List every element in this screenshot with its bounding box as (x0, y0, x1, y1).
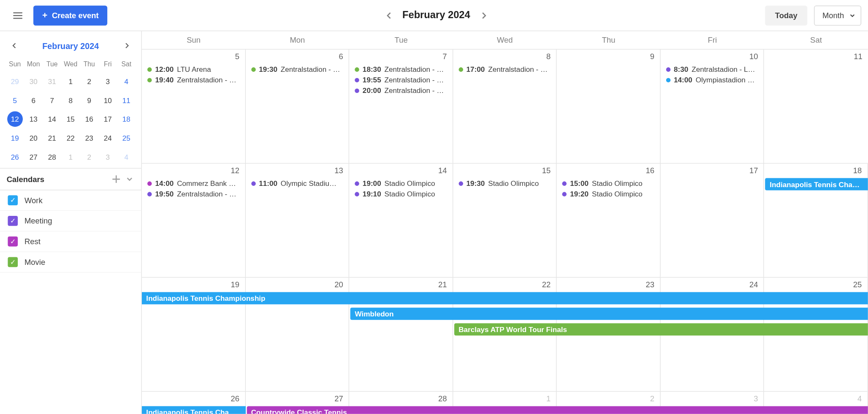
day-number: 21 (438, 280, 447, 289)
mini-day[interactable]: 3 (100, 74, 116, 89)
event-item[interactable]: 11:00Olympic Stadiu… (246, 178, 349, 188)
day-cell[interactable]: 1419:00Stadio Olimpico19:10Stadio Olimpi… (349, 163, 453, 277)
mini-day[interactable]: 18 (119, 111, 134, 127)
allday-event[interactable]: Indianapolis Tennis Championship (142, 292, 868, 304)
mini-day[interactable]: 2 (81, 149, 97, 165)
event-item[interactable]: 20:00Zentralstadion - … (349, 85, 452, 96)
week-row: 19202122232425Indianapolis Tennis Champi… (142, 278, 868, 392)
prev-month-button[interactable] (381, 8, 397, 23)
event-title: Zentralstadion - … (488, 65, 548, 74)
event-item[interactable]: 19:30Stadio Olimpico (453, 178, 556, 188)
calendars-header: Calendars (0, 168, 141, 191)
mini-day[interactable]: 24 (100, 130, 116, 146)
event-title: Zentralstadion - … (177, 190, 236, 198)
calendar-checkbox[interactable]: ✓ (8, 237, 18, 247)
calendar-checkbox[interactable]: ✓ (8, 257, 18, 267)
calendar-checkbox[interactable]: ✓ (8, 216, 18, 226)
event-item[interactable]: 19:30Zentralstadion - … (246, 64, 349, 74)
mini-day[interactable]: 23 (81, 130, 97, 146)
day-cell[interactable]: 1519:30Stadio Olimpico (453, 163, 557, 277)
mini-day[interactable]: 12 (7, 111, 23, 127)
mini-day[interactable]: 8 (63, 93, 79, 108)
calendar-label: Movie (24, 258, 45, 267)
event-item[interactable]: 18:30Zentralstadion - … (349, 64, 452, 74)
mini-day[interactable]: 3 (100, 149, 116, 165)
allday-event[interactable]: Indianapolis Tennis Cha (142, 406, 246, 414)
event-time: 19:20 (570, 190, 589, 198)
day-cell[interactable]: 1214:00Commerz Bank …19:50Zentralstadion… (142, 163, 246, 277)
next-month-button[interactable] (476, 8, 491, 23)
event-item[interactable]: 19:50Zentralstadion - … (142, 188, 245, 199)
event-item[interactable]: 17:00Zentralstadion - … (453, 64, 556, 74)
event-item[interactable]: 19:40Zentralstadion - … (142, 74, 245, 85)
mini-day[interactable]: 29 (7, 74, 23, 89)
mini-day[interactable]: 28 (44, 149, 60, 165)
mini-day[interactable]: 16 (81, 111, 97, 127)
event-item[interactable]: 19:55Zentralstadion - … (349, 74, 452, 85)
mini-day[interactable]: 4 (119, 74, 134, 89)
event-item[interactable]: 19:00Stadio Olimpico (349, 178, 452, 188)
day-number: 17 (749, 166, 758, 174)
event-item[interactable]: 14:00Olympiastadion … (660, 74, 763, 85)
mini-day[interactable]: 7 (44, 93, 60, 108)
mini-day[interactable]: 30 (26, 74, 41, 89)
mini-day[interactable]: 20 (26, 130, 41, 146)
allday-event[interactable]: Barclays ATP World Tour Finals (454, 323, 868, 335)
mini-day[interactable]: 27 (26, 149, 41, 165)
event-item[interactable]: 15:00Stadio Olimpico (557, 178, 660, 188)
mini-day[interactable]: 15 (63, 111, 79, 127)
mini-day[interactable]: 5 (7, 93, 23, 108)
day-number: 28 (438, 394, 447, 403)
add-calendar-icon[interactable] (111, 174, 121, 184)
create-event-button[interactable]: + Create event (33, 5, 108, 25)
event-item[interactable]: 12:00LTU Arena (142, 64, 245, 74)
allday-event[interactable]: Countrywide Classic Tennis (247, 406, 868, 414)
mini-day[interactable]: 14 (44, 111, 60, 127)
mini-day[interactable]: 1 (63, 74, 79, 89)
calendar-item[interactable]: ✓Rest (0, 232, 141, 252)
mini-day[interactable]: 19 (7, 130, 23, 146)
allday-event[interactable]: Wimbledon (350, 308, 868, 320)
mini-day[interactable]: 22 (63, 130, 79, 146)
calendar-item[interactable]: ✓Work (0, 190, 141, 211)
day-cell[interactable]: 619:30Zentralstadion - … (246, 49, 350, 163)
mini-day[interactable]: 10 (100, 93, 116, 108)
calendar-item[interactable]: ✓Meeting (0, 211, 141, 232)
mini-day[interactable]: 2 (81, 74, 97, 89)
day-cell[interactable]: 17 (660, 163, 764, 277)
mini-day[interactable]: 4 (119, 149, 134, 165)
event-title: Stadio Olimpico (385, 190, 435, 198)
mini-day[interactable]: 21 (44, 130, 60, 146)
day-cell[interactable]: 108:30Zentralstadion - L…14:00Olympiasta… (660, 49, 764, 163)
mini-day[interactable]: 6 (26, 93, 41, 108)
mini-day[interactable]: 26 (7, 149, 23, 165)
menu-icon[interactable] (9, 6, 27, 24)
event-item[interactable]: 8:30Zentralstadion - L… (660, 64, 763, 74)
day-cell[interactable]: 817:00Zentralstadion - … (453, 49, 557, 163)
event-item[interactable]: 19:10Stadio Olimpico (349, 188, 452, 199)
day-cell[interactable]: 512:00LTU Arena19:40Zentralstadion - … (142, 49, 246, 163)
day-cell[interactable]: 9 (557, 49, 661, 163)
event-item[interactable]: 19:20Stadio Olimpico (557, 188, 660, 199)
mini-prev-button[interactable] (8, 39, 21, 52)
mini-day[interactable]: 9 (81, 93, 97, 108)
calendars-collapse-icon[interactable] (125, 174, 135, 184)
day-cell[interactable]: 1615:00Stadio Olimpico19:20Stadio Olimpi… (557, 163, 661, 277)
mini-day[interactable]: 31 (44, 74, 60, 89)
calendar-checkbox[interactable]: ✓ (8, 195, 18, 205)
mini-day[interactable]: 25 (119, 130, 134, 146)
mini-next-button[interactable] (120, 39, 133, 52)
event-dot (355, 78, 359, 82)
today-button[interactable]: Today (765, 5, 807, 25)
day-cell[interactable]: 718:30Zentralstadion - …19:55Zentralstad… (349, 49, 453, 163)
day-cell[interactable]: 11 (764, 49, 868, 163)
mini-day[interactable]: 1 (63, 149, 79, 165)
event-item[interactable]: 14:00Commerz Bank … (142, 178, 245, 188)
day-cell[interactable]: 1311:00Olympic Stadiu… (246, 163, 350, 277)
mini-day[interactable]: 11 (119, 93, 134, 108)
calendar-item[interactable]: ✓Movie (0, 252, 141, 273)
mini-day[interactable]: 13 (26, 111, 41, 127)
mini-day[interactable]: 17 (100, 111, 116, 127)
allday-event[interactable]: Indianapolis Tennis Cha… (765, 178, 868, 190)
view-select[interactable]: Month (814, 5, 861, 25)
